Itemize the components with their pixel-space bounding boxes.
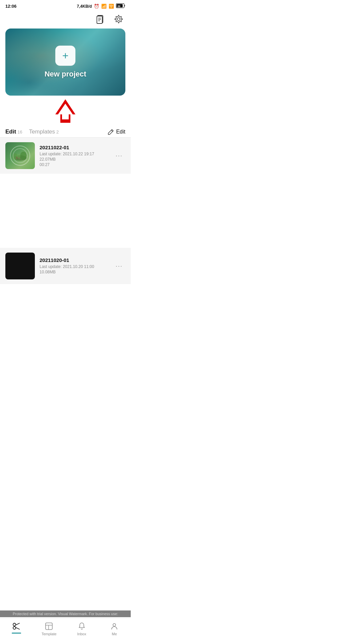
more-options-btn[interactable]: ··· [113, 260, 125, 272]
arrow-indicator [0, 96, 131, 126]
project-details: 20211022-01 Last update: 2021.10.22 19:1… [40, 145, 113, 167]
project-name: 20211022-01 [40, 145, 113, 150]
more-options-btn[interactable]: ··· [113, 150, 125, 162]
tabs-row: Edit 16 Templates 2 Edit [0, 126, 131, 137]
project-item[interactable]: 20211022-01 Last update: 2021.10.22 19:1… [0, 138, 131, 174]
svg-text:68: 68 [118, 5, 120, 7]
project-size: 10.08MB [40, 270, 113, 274]
project-size: 22.07MB [40, 157, 113, 162]
empty-space [0, 174, 131, 248]
templates-count: 2 [56, 129, 59, 135]
new-project-banner[interactable]: + New project [5, 29, 125, 96]
settings-icon [114, 14, 123, 24]
status-bar: 12:06 7,4KB/d ⏰ 📶 🛜 68 [0, 0, 131, 11]
edit-right-label: Edit [116, 129, 125, 135]
svg-line-12 [111, 130, 113, 131]
project-name: 20211020-01 [40, 257, 113, 263]
project-details: 20211020-01 Last update: 2021.10.20 11:0… [40, 257, 113, 275]
tab-edit[interactable]: Edit [5, 128, 16, 135]
project-last-update: Last update: 2021.10.20 11:00 [40, 264, 113, 269]
top-toolbar [0, 11, 131, 29]
project-last-update: Last update: 2021.10.22 19:17 [40, 152, 113, 156]
svg-marker-11 [58, 104, 73, 119]
edit-right-btn[interactable]: Edit [108, 129, 125, 135]
edit-pen-icon [108, 129, 114, 135]
project-thumbnail [5, 142, 35, 169]
svg-point-9 [117, 18, 120, 20]
status-time: 12:06 [5, 4, 16, 9]
settings-icon-btn[interactable] [113, 13, 125, 25]
status-icons: 7,4KB/d ⏰ 📶 🛜 68 [77, 3, 125, 9]
project-duration: 00:27 [40, 162, 113, 167]
battery-level: 68 [116, 3, 125, 9]
plus-icon: + [62, 50, 69, 61]
svg-rect-4 [97, 16, 102, 23]
signal-icon: 📶 [101, 4, 107, 9]
project-item[interactable]: 20211020-01 Last update: 2021.10.20 11:0… [0, 248, 131, 284]
tab-templates[interactable]: Templates [29, 128, 55, 135]
up-arrow-icon [52, 98, 79, 124]
templates-icon-btn[interactable] [95, 13, 107, 25]
wifi-icon: 🛜 [109, 4, 114, 9]
banner-title: New project [45, 70, 86, 78]
network-speed: 7,4KB/d [77, 4, 92, 9]
project-thumbnail [5, 253, 35, 279]
book-icon [96, 14, 105, 24]
edit-count: 16 [17, 129, 22, 135]
alarm-icon: ⏰ [94, 4, 99, 9]
new-project-plus-btn[interactable]: + [55, 46, 75, 66]
svg-marker-8 [115, 15, 123, 23]
